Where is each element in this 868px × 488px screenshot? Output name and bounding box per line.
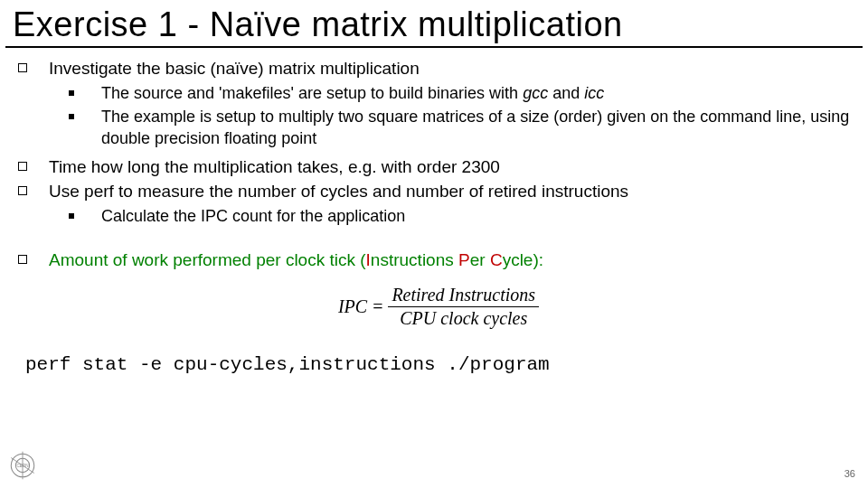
bullet-2: Time how long the multiplication takes, … <box>18 155 859 179</box>
slide-title: Exercise 1 - Naïve matrix multiplication <box>5 0 863 48</box>
hollow-square-icon <box>18 255 27 264</box>
solid-square-icon <box>69 114 74 119</box>
bullet-1-sub-1: The source and 'makefiles' are setup to … <box>18 82 859 104</box>
formula-numerator: Retired Instructions <box>388 285 539 306</box>
formula-lhs: IPC <box>338 296 367 317</box>
page-number: 36 <box>844 468 855 479</box>
solid-square-icon <box>69 213 74 219</box>
bullet-text: Calculate the IPC count for the applicat… <box>101 205 405 227</box>
slide-body: Investigate the basic (naïve) matrix mul… <box>0 57 868 375</box>
formula-fraction: Retired Instructions CPU clock cycles <box>388 285 539 330</box>
solid-square-icon <box>69 90 74 96</box>
ipc-formula: IPC = Retired Instructions CPU clock cyc… <box>18 285 859 330</box>
bullet-text: The example is setup to multiply two squ… <box>101 106 859 150</box>
bullet-text: The source and 'makefiles' are setup to … <box>101 82 604 104</box>
cern-logo-icon: CERN <box>7 450 38 481</box>
bullet-3: Use perf to measure the number of cycles… <box>18 180 859 203</box>
hollow-square-icon <box>18 162 27 171</box>
bullet-text: Time how long the multiplication takes, … <box>49 155 500 179</box>
bullet-1: Investigate the basic (naïve) matrix mul… <box>18 57 859 80</box>
formula-denominator: CPU clock cycles <box>396 307 531 329</box>
svg-text:CERN: CERN <box>16 464 28 468</box>
command-line: perf stat -e cpu-cycles,instructions ./p… <box>18 354 859 375</box>
formula-equals: = <box>373 296 382 317</box>
hollow-square-icon <box>18 186 27 195</box>
bullet-3-sub-1: Calculate the IPC count for the applicat… <box>18 205 859 227</box>
hollow-square-icon <box>18 63 27 72</box>
bullet-text: Use perf to measure the number of cycles… <box>49 180 628 203</box>
bullet-text: Investigate the basic (naïve) matrix mul… <box>49 57 420 80</box>
bullet-4: Amount of work performed per clock tick … <box>18 249 859 272</box>
bullet-text: Amount of work performed per clock tick … <box>49 249 543 272</box>
bullet-1-sub-2: The example is setup to multiply two squ… <box>18 106 859 150</box>
